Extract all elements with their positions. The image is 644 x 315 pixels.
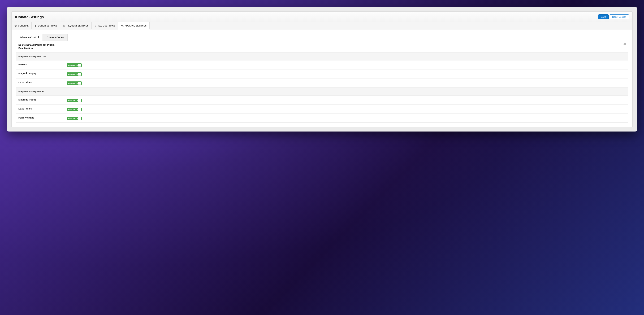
row-css-data-tables: Data Tables ENQUEUED bbox=[16, 78, 628, 87]
sub-tab-advance-control[interactable]: Advance Control bbox=[16, 34, 42, 41]
row-label: Data Tables bbox=[18, 107, 67, 110]
toggle-icofont[interactable]: ENQUEUED bbox=[67, 63, 82, 67]
toggle-data-tables-js[interactable]: ENQUEUED bbox=[67, 108, 82, 111]
content-area: Advance Control Custom Codes Delete Defa… bbox=[12, 29, 632, 127]
tools-icon bbox=[121, 24, 124, 27]
tab-request-settings[interactable]: REQUEST SETTINGS bbox=[60, 22, 92, 29]
row-css-magnific-popup: Magnific Popup ENQUEUED bbox=[16, 69, 628, 78]
delete-pages-checkbox[interactable] bbox=[67, 44, 69, 46]
row-js-header: Enqueue or Dequeue JS bbox=[16, 87, 628, 96]
toggle-knob bbox=[78, 64, 81, 66]
section-header-label: Enqueue or Dequeue CSS bbox=[18, 55, 67, 58]
row-css-header: Enqueue or Dequeue CSS bbox=[16, 52, 628, 61]
toggle-knob bbox=[78, 117, 81, 120]
help-icon[interactable]: ? bbox=[624, 43, 626, 45]
tab-label: PAGE SETTINGS bbox=[98, 24, 115, 27]
row-control: ENQUEUED bbox=[67, 116, 626, 120]
settings-panel: IDonate Settings Save Reset Section GENE… bbox=[12, 11, 632, 127]
gear-icon bbox=[14, 24, 17, 27]
toggle-magnific-popup-css[interactable]: ENQUEUED bbox=[67, 72, 82, 76]
row-label: Magnific Popup bbox=[18, 98, 67, 101]
toggle-knob bbox=[78, 108, 81, 111]
row-control: ENQUEUED bbox=[67, 98, 626, 102]
toggle-label: ENQUEUED bbox=[68, 82, 78, 84]
toggle-label: ENQUEUED bbox=[68, 99, 78, 101]
primary-tabs: GENERAL DONOR SETTINGS REQUEST SETTINGS … bbox=[12, 22, 632, 29]
save-button[interactable]: Save bbox=[598, 14, 609, 19]
panel-header: IDonate Settings Save Reset Section bbox=[12, 11, 632, 22]
request-icon bbox=[63, 24, 66, 27]
toggle-label: ENQUEUED bbox=[68, 108, 78, 110]
tab-label: GENERAL bbox=[18, 24, 28, 27]
tab-label: ADVANCE SETTINGS bbox=[125, 24, 147, 27]
page-title: IDonate Settings bbox=[15, 15, 44, 19]
sub-tabs: Advance Control Custom Codes bbox=[16, 34, 628, 41]
header-actions: Save Reset Section bbox=[598, 14, 629, 19]
tab-label: REQUEST SETTINGS bbox=[67, 24, 88, 27]
toggle-label: ENQUEUED bbox=[68, 117, 78, 119]
row-control: ENQUEUED bbox=[67, 107, 626, 111]
row-css-icofont: IcoFont ENQUEUED bbox=[16, 60, 628, 69]
section-header-label: Enqueue or Dequeue JS bbox=[18, 90, 67, 93]
toggle-data-tables-css[interactable]: ENQUEUED bbox=[67, 81, 82, 85]
row-control: ENQUEUED bbox=[67, 63, 626, 67]
toggle-magnific-popup-js[interactable]: ENQUEUED bbox=[67, 99, 82, 102]
row-label: Data Tables bbox=[18, 81, 67, 84]
row-control: ENQUEUED bbox=[67, 81, 626, 85]
toggle-label: ENQUEUED bbox=[68, 64, 78, 66]
tab-advance-settings[interactable]: ADVANCE SETTINGS bbox=[118, 22, 150, 29]
row-label: Magnific Popup bbox=[18, 72, 67, 75]
sub-tab-custom-codes[interactable]: Custom Codes bbox=[43, 34, 68, 41]
row-js-data-tables: Data Tables ENQUEUED bbox=[16, 105, 628, 114]
settings-table: Delete Default Pages On Plugin Deactivat… bbox=[16, 41, 628, 123]
row-js-magnific-popup: Magnific Popup ENQUEUED bbox=[16, 96, 628, 105]
row-label: Form Validate bbox=[18, 116, 67, 119]
settings-window: IDonate Settings Save Reset Section GENE… bbox=[7, 7, 637, 131]
row-delete-default-pages: Delete Default Pages On Plugin Deactivat… bbox=[16, 41, 628, 52]
toggle-knob bbox=[78, 73, 81, 75]
row-label: IcoFont bbox=[18, 63, 67, 66]
toggle-form-validate[interactable]: ENQUEUED bbox=[67, 117, 82, 120]
reset-section-button[interactable]: Reset Section bbox=[610, 14, 629, 19]
page-icon bbox=[94, 24, 97, 27]
toggle-knob bbox=[78, 82, 81, 84]
toggle-knob bbox=[78, 99, 81, 102]
row-js-form-validate: Form Validate ENQUEUED bbox=[16, 114, 628, 122]
droplet-icon bbox=[34, 24, 37, 27]
tab-page-settings[interactable]: PAGE SETTINGS bbox=[92, 22, 118, 29]
tab-donor-settings[interactable]: DONOR SETTINGS bbox=[32, 22, 60, 29]
row-control bbox=[67, 43, 626, 46]
row-label: Delete Default Pages On Plugin Deactivat… bbox=[18, 43, 67, 50]
toggle-label: ENQUEUED bbox=[68, 73, 78, 75]
tab-label: DONOR SETTINGS bbox=[38, 24, 58, 27]
row-control: ENQUEUED bbox=[67, 72, 626, 76]
tab-general[interactable]: GENERAL bbox=[12, 22, 32, 29]
